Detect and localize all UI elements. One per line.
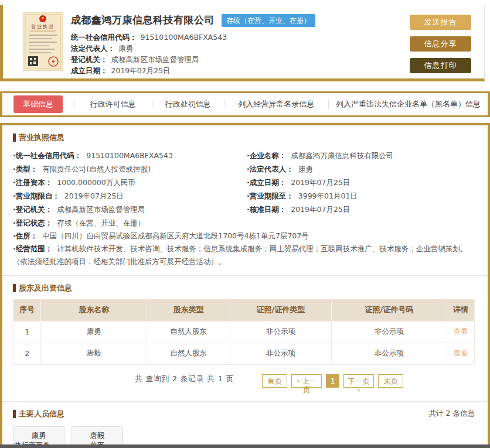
section-title-shareholders: 股东及出资信息 <box>13 283 475 293</box>
header-action-buttons: 发送报告 信息分享 信息打印 <box>410 15 471 73</box>
cell-cert-type: 非公示项 <box>230 343 331 364</box>
col-header-detail: 详情 <box>447 299 474 321</box>
tab-admin-penalty[interactable]: 行政处罚信息 <box>158 95 218 113</box>
status-badge: 存续（在营、开业、在册） <box>222 14 315 27</box>
tab-basic-info[interactable]: 基础信息 <box>13 95 63 113</box>
personnel-count-text: 共计 2 条信息 <box>429 409 475 419</box>
tab-blacklist[interactable]: 列入严重违法失信企业名单（黑名单）信息 <box>329 95 488 113</box>
header-field-legal-rep: 法定代表人：康勇 <box>71 43 315 54</box>
company-header-card: 营业执照 成都鑫鸿万康信息科技有限公司 存续（在营、开业、在册） 统一社会信用代… <box>0 5 485 81</box>
license-fields-grid: ·统一社会信用代码：91510100MA6BFXA543 ·企业名称：成都鑫鸿万… <box>13 149 475 230</box>
table-row: 2 唐毅 自然人股东 非公示项 非公示项 查看 <box>13 343 475 364</box>
col-header-name: 股东名称 <box>41 299 147 321</box>
person-card[interactable]: 康勇 执行董事兼总... <box>13 426 64 445</box>
section-marker <box>13 410 16 418</box>
field-found-date: ·成立日期：2019年07月25日 <box>247 176 475 189</box>
view-detail-link[interactable]: 查看 <box>453 348 468 357</box>
shareholders-section: 股东及出资信息 序号 股东名称 股东类型 证照/证件类型 证照/证件号码 详情 … <box>2 276 488 401</box>
cell-cert-no: 非公示项 <box>332 321 447 343</box>
record-count-text: 共 查询到 2 条记录 共 1 页 <box>135 374 234 384</box>
last-page-button[interactable]: 末页 <box>378 374 403 388</box>
table-row: 1 康勇 自然人股东 非公示项 非公示项 查看 <box>13 321 475 343</box>
header-field-registry: 登记机关：成都高新区市场监督管理局 <box>71 54 315 65</box>
col-header-cert-type: 证照/证件类型 <box>230 299 331 321</box>
person-card[interactable]: 唐毅 监事 <box>72 426 123 445</box>
header-field-credit-code: 统一社会信用代码：91510100MA6BFXA543 <box>71 32 315 43</box>
tab-bar: 基础信息 行政许可信息 行政处罚信息 列入经营异常名录信息 列入严重违法失信企业… <box>0 91 490 117</box>
print-info-button[interactable]: 信息打印 <box>410 58 471 73</box>
person-name: 康勇 <box>32 430 46 440</box>
header-field-found-date: 成立日期：2019年07月25日 <box>71 65 315 76</box>
field-legal-rep: ·法定代表人：康勇 <box>247 162 475 176</box>
view-detail-link[interactable]: 查看 <box>453 327 468 336</box>
pagination: 共 查询到 2 条记录 共 1 页 首页 ‹ 上一页 1 下一页 › 末页 <box>13 374 475 394</box>
cell-no: 1 <box>13 321 41 343</box>
tab-abnormal-list[interactable]: 列入经营异常名录信息 <box>231 95 321 113</box>
section-marker <box>13 134 16 142</box>
field-credit-code: ·统一社会信用代码：91510100MA6BFXA543 <box>13 149 241 162</box>
col-header-cert-no: 证照/证件号码 <box>332 299 447 321</box>
field-reg-capital: ·注册资本：1000.000000万人民币 <box>13 176 241 189</box>
col-header-type: 股东类型 <box>147 299 230 321</box>
company-name: 成都鑫鸿万康信息科技有限公司 <box>71 13 215 27</box>
field-business-scope: ·经营范围：计算机软件技术开发、技术咨询、技术服务；信息系统集成服务；网上贸易代… <box>13 242 475 268</box>
shareholders-table: 序号 股东名称 股东类型 证照/证件类型 证照/证件号码 详情 1 康勇 自然人… <box>13 299 475 365</box>
cell-name: 康勇 <box>41 321 147 343</box>
company-summary: 成都鑫鸿万康信息科技有限公司 存续（在营、开业、在册） 统一社会信用代码：915… <box>71 13 315 76</box>
cell-name: 唐毅 <box>41 343 147 364</box>
person-role: 执行董事兼总... <box>15 440 63 445</box>
send-report-button[interactable]: 发送报告 <box>410 15 471 30</box>
table-header-row: 序号 股东名称 股东类型 证照/证件类型 证照/证件号码 详情 <box>13 299 475 321</box>
next-page-button[interactable]: 下一页 › <box>343 374 374 388</box>
field-approval-date: ·核准日期：2019年07月25日 <box>247 203 475 216</box>
person-name: 唐毅 <box>90 430 105 440</box>
svg-text:营业执照: 营业执照 <box>31 24 55 29</box>
current-page-indicator: 1 <box>326 374 339 388</box>
main-content-card: 营业执照信息 ·统一社会信用代码：91510100MA6BFXA543 ·企业名… <box>0 123 490 444</box>
field-term-to: ·营业期限至：3999年01月01日 <box>247 189 475 203</box>
key-personnel-section: 主要人员信息 共计 2 条信息 康勇 执行董事兼总... 唐毅 监事 <box>2 402 488 445</box>
field-company-name: ·企业名称：成都鑫鸿万康信息科技有限公司 <box>247 149 475 162</box>
field-registry: ·登记机关：成都高新区市场监督管理局 <box>13 203 241 216</box>
pagination-buttons: 首页 ‹ 上一页 1 下一页 › 末页 <box>262 374 403 388</box>
field-term-from: ·营业期限自：2019年07月25日 <box>13 189 241 203</box>
cell-type: 自然人股东 <box>147 343 230 364</box>
bottom-edge-bar <box>0 444 490 448</box>
section-title-license: 营业执照信息 <box>13 132 475 143</box>
person-role: 监事 <box>90 440 104 445</box>
first-page-button[interactable]: 首页 <box>262 374 287 388</box>
cell-cert-type: 非公示项 <box>230 321 331 343</box>
field-reg-status: ·登记状态：存续（在营、开业、在册） <box>13 216 241 230</box>
cell-type: 自然人股东 <box>147 321 230 343</box>
prev-page-button[interactable]: ‹ 上一页 <box>291 374 322 388</box>
personnel-cards: 康勇 执行董事兼总... 唐毅 监事 <box>13 426 475 445</box>
share-info-button[interactable]: 信息分享 <box>410 36 471 52</box>
field-company-type: ·类型：有限责任公司(自然人投资或控股) <box>13 162 241 176</box>
cell-no: 2 <box>13 343 41 364</box>
section-title-personnel: 主要人员信息 <box>13 409 64 419</box>
field-empty <box>247 216 475 230</box>
cell-cert-no: 非公示项 <box>332 343 447 364</box>
col-header-no: 序号 <box>13 299 41 321</box>
field-address: ·住所：中国（四川）自由贸易试验区成都高新区天府大道北段1700号4栋1单元7层… <box>13 230 475 242</box>
business-license-image: 营业执照 <box>23 12 63 71</box>
business-license-section: 营业执照信息 ·统一社会信用代码：91510100MA6BFXA543 ·企业名… <box>2 125 488 275</box>
section-marker <box>13 284 16 292</box>
tab-admin-license[interactable]: 行政许可信息 <box>83 95 143 113</box>
